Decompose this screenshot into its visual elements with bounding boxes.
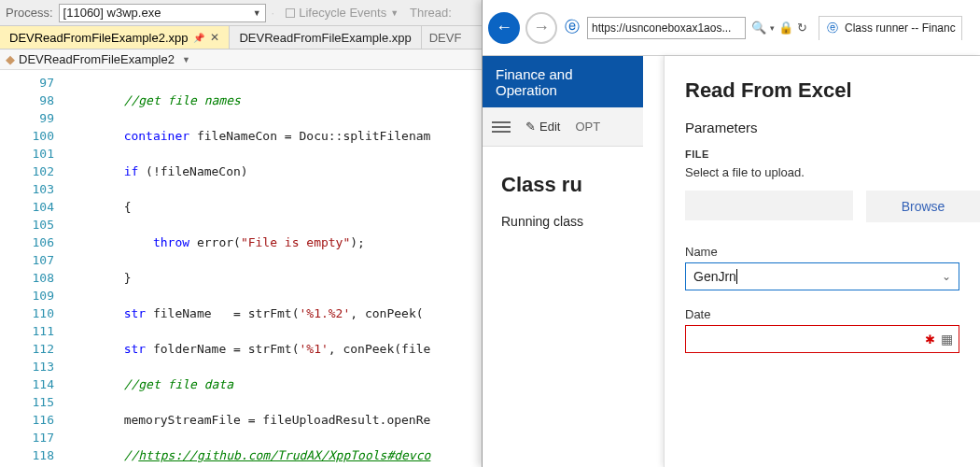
text-cursor xyxy=(736,269,737,284)
page-body-text: Running class xyxy=(501,214,624,229)
line-gutter: 9798991001011021031041051061071081091101… xyxy=(0,70,65,467)
edit-button[interactable]: ✎ Edit xyxy=(525,120,560,134)
date-input[interactable]: ✱ ▦ xyxy=(685,325,959,353)
file-upload-row: Browse xyxy=(665,191,980,245)
lifecycle-icon xyxy=(286,8,295,18)
refresh-icon[interactable]: ↻ xyxy=(797,21,807,35)
file-section-label: FILE xyxy=(665,149,980,165)
panel-title: Read From Excel xyxy=(665,56,980,120)
chevron-down-icon: ▼ xyxy=(390,8,399,18)
calendar-icon[interactable]: ▦ xyxy=(941,332,953,347)
chevron-down-icon: ▼ xyxy=(182,55,190,64)
brand-bar: Finance and Operation xyxy=(483,56,643,107)
process-selector[interactable]: [11060] w3wp.exe ▼ xyxy=(59,4,266,22)
ie-icon: ⓔ xyxy=(827,21,838,36)
name-label: Name xyxy=(665,245,980,262)
ie-icon: ⓔ xyxy=(565,18,580,37)
command-bar: ✎ Edit OPT xyxy=(483,107,643,147)
thread-label: Thread: xyxy=(410,6,452,20)
browser-toolbar: ← → ⓔ https://usnconeboxax1aos... 🔍 ▾ 🔒 … xyxy=(483,0,980,56)
process-value: [11060] w3wp.exe xyxy=(63,6,161,20)
name-combo[interactable]: GenJrn ⌄ xyxy=(685,262,959,290)
class-icon: ◆ xyxy=(6,52,15,66)
chevron-down-icon[interactable]: ▾ xyxy=(770,23,775,33)
dialog-panel: Read From Excel Parameters FILE Select a… xyxy=(664,56,980,467)
code-area[interactable]: //get file names container fileNameCon =… xyxy=(65,70,430,467)
file-help-text: Select a file to upload. xyxy=(665,165,980,191)
tab-file-3[interactable]: DEVF xyxy=(422,26,469,49)
back-button[interactable]: ← xyxy=(488,12,520,44)
browser-window: ← → ⓔ https://usnconeboxax1aos... 🔍 ▾ 🔒 … xyxy=(482,0,980,467)
search-controls[interactable]: 🔍 ▾ 🔒 ↻ xyxy=(751,21,807,35)
file-name-box xyxy=(685,191,853,220)
lifecycle-events[interactable]: Lifecycle Events ▼ xyxy=(286,6,399,20)
chevron-down-icon: ▼ xyxy=(253,8,261,18)
chevron-down-icon[interactable]: ⌄ xyxy=(942,270,951,283)
search-icon[interactable]: 🔍 xyxy=(751,21,766,35)
tab-file-2[interactable]: DEVReadFromFileExample.xpp xyxy=(230,26,421,49)
hamburger-icon[interactable] xyxy=(492,121,511,133)
pin-icon[interactable]: 📌 xyxy=(193,33,204,43)
code-editor[interactable]: 9798991001011021031041051061071081091101… xyxy=(0,70,481,467)
lock-icon: 🔒 xyxy=(778,21,793,35)
parameters-header: Parameters xyxy=(665,120,980,149)
address-bar[interactable]: https://usnconeboxax1aos... xyxy=(587,17,746,39)
options-button[interactable]: OPT xyxy=(575,120,600,134)
forward-button[interactable]: → xyxy=(525,12,557,44)
close-icon[interactable]: ✕ xyxy=(210,31,219,44)
browse-button[interactable]: Browse xyxy=(866,191,980,222)
tab-file-1[interactable]: DEVReadFromFileExample2.xpp 📌 ✕ xyxy=(0,26,230,49)
page-title: Class ru xyxy=(501,173,624,197)
browser-tab[interactable]: ⓔ Class runner -- Financ xyxy=(819,16,962,40)
process-label: Process: xyxy=(6,6,53,20)
pencil-icon: ✎ xyxy=(525,120,536,134)
date-label: Date xyxy=(665,307,980,325)
required-icon: ✱ xyxy=(925,333,935,347)
d365-left-region: Finance and Operation ✎ Edit OPT Class r… xyxy=(483,56,643,467)
page-content: Class ru Running class xyxy=(483,147,643,467)
divider: · xyxy=(272,6,275,20)
